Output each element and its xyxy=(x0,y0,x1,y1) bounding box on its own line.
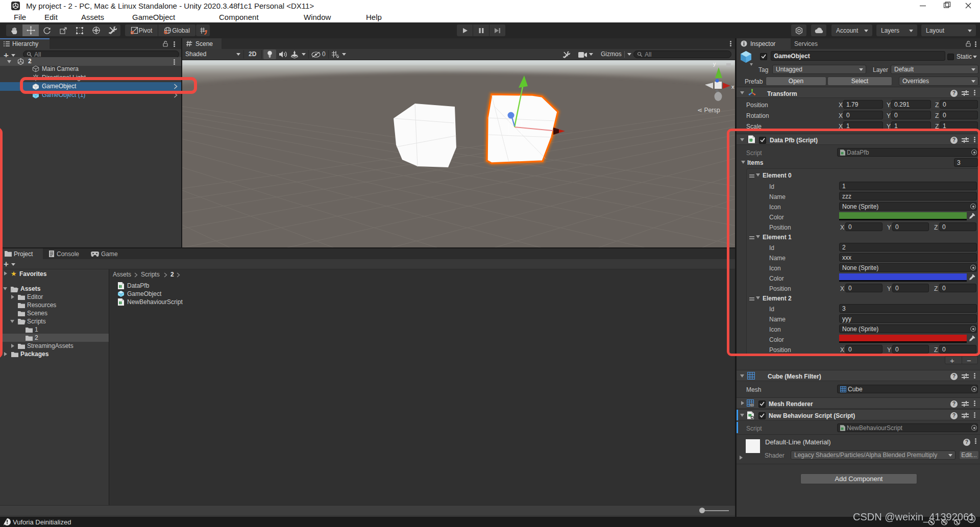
svg-text:x: x xyxy=(731,84,734,90)
svg-text:y: y xyxy=(713,61,716,67)
svg-text:⋖ Persp: ⋖ Persp xyxy=(697,107,720,114)
